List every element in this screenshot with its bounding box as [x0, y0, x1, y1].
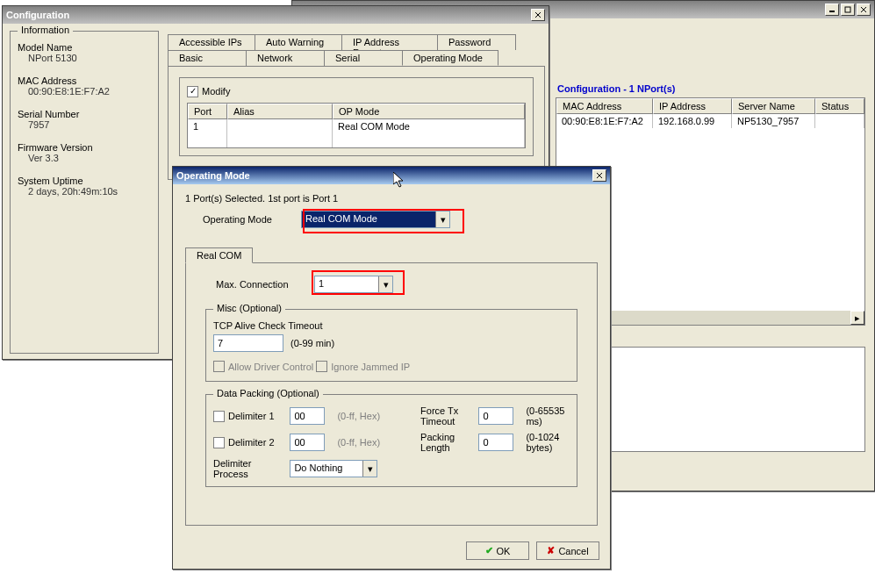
- operating-mode-dialog: Operating Mode 1 Port(s) Selected. 1st p…: [172, 166, 611, 570]
- opmode-titlebar: Operating Mode: [173, 167, 610, 184]
- delimiter1-checkbox[interactable]: Delimiter 1: [213, 411, 283, 422]
- modify-label: Modify: [202, 86, 230, 97]
- ignore-jammed-checkbox: Ignore Jammed IP: [316, 361, 410, 372]
- datapacking-group: Data Packing (Optional) Delimiter 1 (0-f…: [205, 394, 577, 487]
- config-title: Configuration: [6, 10, 529, 20]
- model-value: NPort 5130: [18, 53, 151, 63]
- modify-checkbox[interactable]: ✓ Modify: [187, 86, 230, 97]
- force-tx-label: Force Tx Timeout: [420, 405, 471, 427]
- maximize-button[interactable]: [841, 4, 855, 16]
- real-com-panel: Max. Connection 1 ▾ Misc (Optional) TCP …: [185, 262, 598, 526]
- operating-mode-dropdown[interactable]: Real COM Mode ▾: [301, 211, 450, 228]
- tab-serial[interactable]: Serial: [324, 50, 403, 66]
- minimize-button[interactable]: [825, 4, 839, 16]
- col-mac[interactable]: MAC Address: [556, 98, 653, 114]
- col-ip[interactable]: IP Address: [653, 98, 732, 114]
- hex-hint-2: (0-ff, Hex): [337, 437, 380, 448]
- model-label: Model Name: [18, 42, 151, 53]
- tab-accessible-ips[interactable]: Accessible IPs: [168, 34, 255, 50]
- checkbox-icon: ✓: [187, 86, 198, 97]
- allow-driver-label: Allow Driver Control: [228, 362, 313, 372]
- misc-legend: Misc (Optional): [213, 303, 285, 313]
- cell-server: NP5130_7957: [732, 114, 815, 128]
- cell-ip: 192.168.0.99: [653, 114, 732, 128]
- delimiter2-input[interactable]: [290, 434, 325, 451]
- modify-group: ✓ Modify Port Alias OP Mode 1 Real COM M…: [179, 77, 534, 156]
- tab-real-com[interactable]: Real COM: [185, 247, 253, 263]
- tab-basic[interactable]: Basic: [168, 50, 247, 66]
- tab-operating-mode[interactable]: Operating Mode: [402, 50, 498, 66]
- delimiter-process-dropdown[interactable]: Do Nothing ▾: [290, 460, 377, 477]
- tab-password[interactable]: Password: [437, 34, 516, 50]
- checkbox-icon: [213, 411, 225, 422]
- fw-label: Firmware Version: [18, 142, 151, 153]
- mac-value: 00:90:E8:1E:F7:A2: [18, 86, 151, 97]
- close-button[interactable]: [592, 169, 606, 182]
- port-row[interactable]: 1 Real COM Mode: [188, 119, 525, 133]
- operating-mode-panel: ✓ Modify Port Alias OP Mode 1 Real COM M…: [168, 66, 545, 180]
- delimiter1-label: Delimiter 1: [228, 411, 275, 421]
- cell-status: [815, 114, 864, 128]
- port-table: Port Alias OP Mode 1 Real COM Mode: [187, 103, 526, 148]
- col-server[interactable]: Server Name: [732, 98, 815, 114]
- checkbox-icon: [316, 361, 327, 372]
- col-status[interactable]: Status: [815, 98, 864, 114]
- chevron-down-icon: ▾: [378, 276, 392, 292]
- tab-auto-warning[interactable]: Auto Warning: [255, 34, 342, 50]
- misc-group: Misc (Optional) TCP Alive Check Timeout …: [205, 309, 577, 382]
- allow-driver-checkbox: Allow Driver Control: [213, 361, 313, 372]
- packing-length-label: Packing Length: [420, 432, 471, 453]
- ok-label: OK: [497, 546, 511, 556]
- col-opmode[interactable]: OP Mode: [333, 104, 525, 119]
- tabs-bottom-row: Basic Network Serial Operating Mode: [168, 50, 545, 66]
- close-button[interactable]: [857, 4, 871, 16]
- check-icon: ✔: [485, 545, 493, 556]
- max-conn-label: Max. Connection: [216, 279, 304, 290]
- tcp-timeout-label: TCP Alive Check Timeout: [213, 320, 570, 331]
- information-group: Information Model Name NPort 5130 MAC Ad…: [10, 31, 159, 354]
- delimiter1-input[interactable]: [290, 407, 325, 425]
- nport-row[interactable]: 00:90:E8:1E:F7:A2 192.168.0.99 NP5130_79…: [556, 114, 864, 128]
- cancel-button[interactable]: ✘ Cancel: [536, 541, 599, 560]
- mac-label: MAC Address: [18, 75, 151, 86]
- force-tx-input[interactable]: [478, 407, 513, 425]
- nport-table-header: MAC Address IP Address Server Name Statu…: [556, 98, 864, 114]
- info-legend: Information: [18, 25, 73, 35]
- checkbox-icon: [213, 361, 225, 372]
- delimiter2-checkbox[interactable]: Delimiter 2: [213, 437, 283, 448]
- uptime-label: System Uptime: [18, 176, 151, 186]
- fw-value: Ver 3.3: [18, 153, 151, 163]
- chevron-down-icon: ▾: [435, 212, 449, 227]
- ok-button[interactable]: ✔ OK: [466, 541, 529, 560]
- col-port[interactable]: Port: [188, 104, 227, 119]
- tcp-timeout-input[interactable]: [213, 334, 283, 352]
- hex-hint-1: (0-ff, Hex): [337, 411, 380, 421]
- cancel-label: Cancel: [558, 546, 588, 556]
- selected-ports-text: 1 Port(s) Selected. 1st port is Port 1: [185, 193, 598, 204]
- opmode-title: Operating Mode: [176, 170, 591, 181]
- serial-value: 7957: [18, 119, 151, 130]
- config-titlebar: Configuration: [3, 6, 549, 24]
- max-conn-value: 1: [315, 276, 378, 292]
- tab-ip-address-report[interactable]: IP Address Report: [341, 34, 438, 50]
- operating-mode-label: Operating Mode: [203, 214, 290, 225]
- ignore-jammed-label: Ignore Jammed IP: [331, 362, 410, 372]
- col-alias[interactable]: Alias: [227, 104, 333, 119]
- delimiter2-label: Delimiter 2: [228, 437, 275, 448]
- tcp-timeout-hint: (0-99 min): [290, 338, 334, 348]
- datapacking-legend: Data Packing (Optional): [213, 388, 323, 398]
- svg-rect-1: [845, 7, 850, 12]
- operating-mode-value: Real COM Mode: [302, 212, 435, 227]
- checkbox-icon: [213, 437, 225, 448]
- serial-label: Serial Number: [18, 109, 151, 119]
- max-conn-dropdown[interactable]: 1 ▾: [314, 276, 393, 293]
- cell-mac: 00:90:E8:1E:F7:A2: [556, 114, 653, 128]
- tab-network[interactable]: Network: [246, 50, 325, 66]
- close-button[interactable]: [531, 9, 545, 21]
- cell-port: 1: [188, 119, 227, 133]
- scroll-right-button[interactable]: ▸: [850, 311, 864, 325]
- packing-length-input[interactable]: [478, 434, 513, 451]
- tabs-top-row: Accessible IPs Auto Warning IP Address R…: [168, 34, 545, 50]
- delimiter-process-label: Delimiter Process: [213, 458, 283, 479]
- uptime-value: 2 days, 20h:49m:10s: [18, 186, 151, 197]
